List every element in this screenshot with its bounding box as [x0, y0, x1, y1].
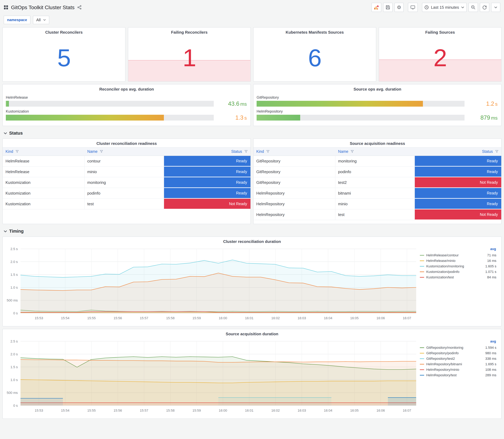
panel-source-acquisition-readiness: Source acquisition readiness Kind Name S…: [253, 138, 502, 224]
legend-item[interactable]: HelmRepository/test289 ms: [420, 372, 496, 378]
cell-status: Not Ready: [164, 199, 250, 209]
gauge-label: Kustomization: [6, 109, 247, 113]
section-row-status[interactable]: Status: [2, 128, 502, 138]
cell-name: bitnami: [335, 188, 415, 199]
cell-kind: HelmRelease: [3, 167, 85, 177]
svg-text:15:57: 15:57: [140, 316, 148, 320]
cell-name: podinfo: [335, 167, 415, 177]
column-header-status[interactable]: Status: [415, 147, 501, 156]
legend-item[interactable]: GitRepository/test2338 ms: [420, 356, 496, 361]
refresh-interval-dropdown[interactable]: [491, 3, 500, 12]
panel-cluster-reconciliation-duration: Cluster reconciliation duration 0 s500 m…: [2, 236, 502, 326]
cell-kind: HelmRepository: [254, 199, 335, 209]
time-range-label: Last 15 minutes: [431, 5, 459, 10]
column-header-status[interactable]: Status: [164, 147, 250, 156]
refresh-interval-caret-icon: [494, 6, 497, 8]
svg-text:16:06: 16:06: [377, 316, 385, 320]
series-color-dash: [420, 353, 424, 354]
filter-funnel-icon[interactable]: [244, 150, 248, 153]
legend-item[interactable]: GitRepository/podinfo980 ms: [420, 350, 496, 356]
filter-funnel-icon[interactable]: [351, 150, 354, 153]
cell-status: Ready: [164, 156, 250, 167]
svg-text:16:03: 16:03: [298, 409, 306, 412]
svg-text:0 s: 0 s: [13, 404, 18, 407]
svg-text:2.0 s: 2.0 s: [10, 352, 18, 356]
filter-funnel-icon[interactable]: [495, 150, 499, 153]
chart-1[interactable]: 0 s500 ms1.0 s1.5 s2.0 s2.5 s15:5315:541…: [4, 338, 419, 417]
chart-0[interactable]: 0 s500 ms1.0 s1.5 s2.0 s2.5 s15:5315:541…: [4, 246, 419, 325]
chart-plot-area[interactable]: 0 s500 ms1.0 s1.5 s2.0 s2.5 s15:5315:541…: [4, 246, 419, 322]
legend-item[interactable]: HelmRepository/bitnami1.695 s: [420, 361, 496, 367]
cell-status: Ready: [415, 188, 501, 199]
template-variables-row: namespace All: [0, 14, 504, 27]
stat-panel-0: Cluster Reconcilers5: [2, 27, 125, 82]
dashboard-settings-button[interactable]: ⚙: [394, 3, 404, 12]
stats-row: Cluster Reconcilers5Failing Reconcilers1…: [2, 27, 502, 82]
cycle-view-mode-button[interactable]: [408, 3, 418, 12]
panel-title[interactable]: Source acquisition duration: [3, 329, 501, 338]
legend-item[interactable]: HelmRelease/minio16 ms: [420, 258, 496, 264]
legend-item[interactable]: Kustomization/monitoring1.605 s: [420, 264, 496, 269]
cell-kind: GitRepository: [254, 177, 335, 188]
add-panel-icon: [374, 5, 379, 10]
panel-title[interactable]: Source acquisition readiness: [254, 139, 501, 147]
svg-text:1.5 s: 1.5 s: [10, 273, 18, 277]
column-header-kind[interactable]: Kind: [254, 147, 335, 156]
gauge-value: 879ms: [468, 114, 498, 121]
legend-item[interactable]: HelmRepository/minio108 ms: [420, 367, 496, 372]
filter-funnel-icon[interactable]: [266, 150, 270, 153]
filter-funnel-icon[interactable]: [15, 150, 19, 153]
legend-item[interactable]: HelmRelease/contour71 ms: [420, 253, 496, 258]
cell-name: test: [85, 199, 164, 209]
svg-text:16:06: 16:06: [377, 409, 385, 412]
variable-namespace-value-dropdown[interactable]: All: [33, 16, 49, 24]
table-row: KustomizationpodinfoReady: [3, 188, 250, 199]
svg-text:15:57: 15:57: [140, 409, 148, 412]
svg-text:15:56: 15:56: [113, 316, 122, 320]
legend-avg-header[interactable]: avg: [420, 340, 496, 343]
gauge-row: HelmRepository879ms: [257, 109, 498, 121]
variable-namespace-label[interactable]: namespace: [4, 16, 30, 24]
series-avg-value: 1.605 s: [485, 264, 496, 268]
table-row: HelmReleaseminioReady: [3, 167, 250, 177]
add-panel-button[interactable]: [371, 3, 381, 12]
panel-title[interactable]: Reconciler ops avg. duration: [3, 85, 250, 93]
section-row-timing[interactable]: Timing: [2, 227, 502, 236]
gauge-rows-0: HelmRelease43.6msKustomization1.3s: [3, 93, 250, 126]
series-avg-value: 338 ms: [485, 357, 496, 361]
column-header-name[interactable]: Name: [85, 147, 164, 156]
gauge-fill: [257, 115, 300, 121]
share-dashboard-icon[interactable]: [77, 5, 82, 10]
legend-avg-header[interactable]: avg: [420, 247, 496, 251]
chart-plot-area[interactable]: 0 s500 ms1.0 s1.5 s2.0 s2.5 s15:5315:541…: [4, 338, 419, 414]
series-color-dash: [420, 266, 424, 267]
zoom-out-time-button[interactable]: [468, 3, 478, 12]
legend-item[interactable]: GitRepository/monitoring1.594 s: [420, 345, 496, 350]
cell-name: minio: [335, 199, 415, 209]
time-range-picker-button[interactable]: Last 15 minutes: [422, 3, 467, 12]
panel-title[interactable]: Cluster reconciliation readiness: [3, 139, 250, 147]
stat-panel-2: Kubernetes Manifests Sources6: [253, 27, 376, 82]
series-avg-value: 16 ms: [487, 259, 496, 263]
gauge-label: HelmRelease: [6, 95, 247, 99]
column-header-name[interactable]: Name: [335, 147, 415, 156]
chevron-down-icon: [4, 230, 7, 232]
series-avg-value: 1.071 s: [485, 270, 496, 274]
series-name: GitRepository/podinfo: [426, 351, 483, 355]
panel-title[interactable]: Source ops avg. duration: [254, 85, 501, 93]
filter-funnel-icon[interactable]: [100, 150, 103, 153]
cell-name: test: [335, 209, 415, 220]
column-header-kind[interactable]: Kind: [3, 147, 85, 156]
series-avg-value: 1.695 s: [485, 362, 496, 366]
cell-name: contour: [85, 156, 164, 167]
series-name: HelmRelease/minio: [426, 259, 485, 263]
refresh-dashboard-button[interactable]: [480, 3, 489, 12]
panel-title[interactable]: Cluster reconciliation duration: [3, 237, 501, 245]
save-dashboard-button[interactable]: [383, 3, 393, 12]
svg-text:16:01: 16:01: [245, 409, 253, 412]
legend-item[interactable]: Kustomization/test84 ms: [420, 275, 496, 280]
legend-item[interactable]: Kustomization/podinfo1.071 s: [420, 269, 496, 275]
svg-text:15:53: 15:53: [35, 316, 43, 320]
gauge-value: 1.2s: [468, 100, 498, 107]
svg-text:15:55: 15:55: [87, 316, 96, 320]
